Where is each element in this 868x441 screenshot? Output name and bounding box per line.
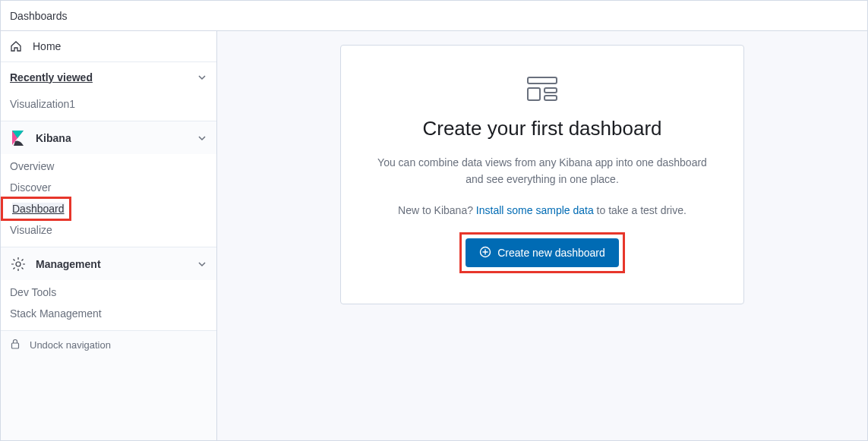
sidebar-item-devtools[interactable]: Dev Tools [1, 282, 216, 303]
breadcrumb-title[interactable]: Dashboards [10, 10, 68, 22]
hint-post: to take a test drive. [594, 204, 687, 216]
main-content: Create your first dashboard You can comb… [217, 31, 867, 440]
app-layout: Home Recently viewed Visualization1 [1, 31, 867, 440]
chevron-down-icon [197, 133, 207, 143]
sidebar-section-management[interactable]: Management [1, 247, 216, 280]
kibana-items: Overview Discover Dashboard Visualize [1, 154, 216, 247]
sidebar-section-management-label: Management [36, 258, 101, 270]
empty-state-desc: You can combine data views from any Kiba… [368, 154, 716, 188]
undock-navigation[interactable]: Undock navigation [1, 330, 216, 359]
hint-pre: New to Kibana? [398, 204, 476, 216]
sidebar-item-label: Stack Management [10, 307, 102, 320]
sidebar: Home Recently viewed Visualization1 [1, 31, 217, 440]
sidebar-item-label: Visualization1 [10, 98, 75, 110]
sidebar-item-label: Visualize [10, 224, 52, 236]
sidebar-item-stack-management[interactable]: Stack Management [1, 303, 216, 324]
undock-label: Undock navigation [30, 339, 111, 351]
gear-icon [10, 256, 27, 272]
svg-rect-7 [544, 96, 557, 100]
sidebar-item-label: Dashboard [12, 203, 65, 215]
cta-label: Create new dashboard [497, 247, 605, 259]
chevron-down-icon [197, 259, 207, 269]
management-items: Dev Tools Stack Management [1, 280, 216, 330]
svg-rect-3 [12, 343, 19, 348]
sidebar-section-recent[interactable]: Recently viewed [1, 61, 216, 92]
install-sample-data-link[interactable]: Install some sample data [476, 204, 594, 216]
sidebar-home[interactable]: Home [1, 31, 216, 61]
kibana-logo-icon [10, 130, 27, 146]
plus-circle-icon [479, 246, 491, 260]
sidebar-item-visualize[interactable]: Visualize [1, 219, 216, 241]
recent-items: Visualization1 [1, 92, 216, 121]
lock-icon [10, 339, 21, 351]
svg-rect-4 [528, 77, 557, 83]
sidebar-section-kibana[interactable]: Kibana [1, 121, 216, 154]
sidebar-item-discover[interactable]: Discover [1, 177, 216, 198]
empty-state-title: Create your first dashboard [368, 117, 716, 140]
sidebar-item-label: Dev Tools [10, 286, 56, 298]
dashboard-hero-icon [368, 76, 716, 103]
breadcrumb-bar: Dashboards [1, 1, 867, 31]
sidebar-section-recent-label: Recently viewed [10, 71, 93, 83]
empty-state-hint: New to Kibana? Install some sample data … [368, 202, 716, 219]
home-icon [10, 40, 22, 52]
svg-rect-6 [544, 88, 557, 93]
svg-point-2 [16, 262, 21, 266]
create-dashboard-button[interactable]: Create new dashboard [466, 238, 619, 267]
sidebar-section-kibana-label: Kibana [36, 132, 71, 144]
chevron-down-icon [197, 72, 207, 83]
cta-highlight: Create new dashboard [459, 232, 625, 273]
sidebar-home-label: Home [33, 40, 61, 52]
sidebar-item-visualization1[interactable]: Visualization1 [1, 93, 216, 115]
sidebar-item-overview[interactable]: Overview [1, 156, 216, 177]
sidebar-item-dashboard-highlight: Dashboard [1, 197, 71, 221]
sidebar-item-label: Discover [10, 181, 51, 194]
svg-rect-5 [528, 88, 540, 100]
sidebar-item-label: Overview [10, 160, 54, 172]
sidebar-item-dashboard[interactable]: Dashboard [12, 203, 65, 215]
empty-state-panel: Create your first dashboard You can comb… [340, 45, 744, 304]
